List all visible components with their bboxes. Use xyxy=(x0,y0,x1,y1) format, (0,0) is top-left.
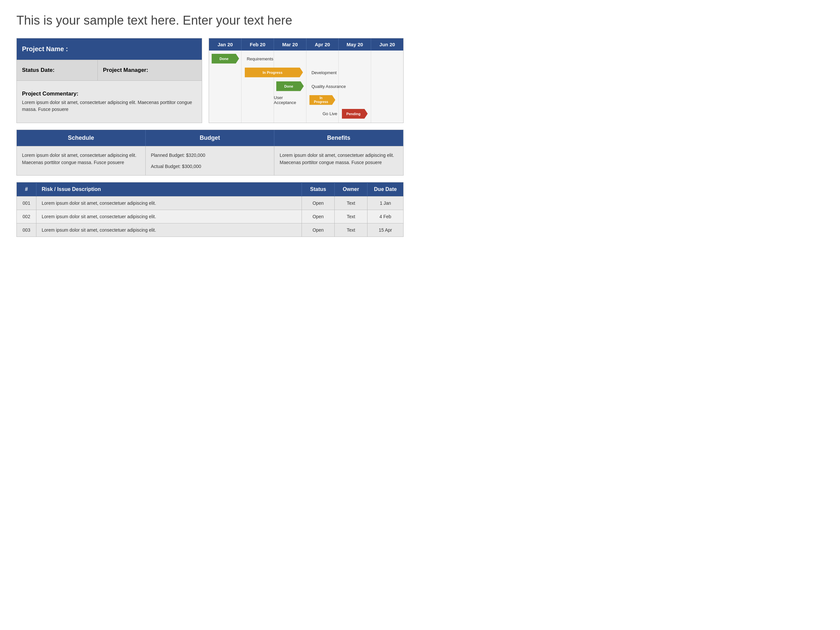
gantt-row-requirements: Done Requirements xyxy=(209,54,403,64)
gantt-bar-ua: InProgress xyxy=(309,95,335,105)
risk-col-owner: Owner xyxy=(335,182,368,197)
gantt-label-development: Development xyxy=(311,70,337,75)
risk-status: Open xyxy=(302,210,335,223)
risk-due-date: 15 Apr xyxy=(368,223,404,237)
gantt-label-qa: Quality Assurance xyxy=(311,84,346,89)
risk-col-status: Status xyxy=(302,182,335,197)
gantt-label-ua: User Acceptance xyxy=(274,95,305,105)
commentary-cell: Project Commentary: Lorem ipsum dolor si… xyxy=(17,81,202,123)
risk-number: 002 xyxy=(17,210,36,223)
risk-number: 003 xyxy=(17,223,36,237)
gantt-col-jun: Jun 20 xyxy=(371,38,403,51)
gantt-row-golive: Go Live Pending xyxy=(209,109,403,119)
risk-col-number: # xyxy=(17,182,36,197)
risk-due-date: 4 Feb xyxy=(368,210,404,223)
gantt-header: Jan 20 Feb 20 Mar 20 Apr 20 May 20 Jun 2… xyxy=(209,38,403,51)
risk-status: Open xyxy=(302,223,335,237)
planned-budget: Planned Budget: $320,000 xyxy=(151,152,269,159)
status-date-label: Status Date: xyxy=(17,60,98,81)
page-title: This is your sample text here. Enter you… xyxy=(16,13,404,28)
risk-issue-table: # Risk / Issue Description Status Owner … xyxy=(16,182,404,237)
risk-row: 002 Lorem ipsum dolor sit amet, consecte… xyxy=(17,210,404,223)
risk-description: Lorem ipsum dolor sit amet, consectetuer… xyxy=(36,197,302,210)
risk-owner: Text xyxy=(335,210,368,223)
actual-budget: Actual Budget: $300,000 xyxy=(151,163,269,170)
gantt-label-golive: Go Live xyxy=(322,111,337,116)
risk-due-date: 1 Jan xyxy=(368,197,404,210)
gantt-row-qa: Done Quality Assurance xyxy=(209,81,403,91)
gantt-bar-development: In Progress xyxy=(245,68,303,77)
risk-owner: Text xyxy=(335,197,368,210)
benefits-header: Benefits xyxy=(274,130,403,146)
gantt-col-may: May 20 xyxy=(339,38,371,51)
risk-row: 001 Lorem ipsum dolor sit amet, consecte… xyxy=(17,197,404,210)
benefits-body: Lorem ipsum dolor sit amet, consectetuer… xyxy=(274,146,403,175)
gantt-col-apr: Apr 20 xyxy=(306,38,339,51)
project-name-cell: Project Name : xyxy=(17,38,202,60)
risk-description: Lorem ipsum dolor sit amet, consectetuer… xyxy=(36,223,302,237)
gantt-col-feb: Feb 20 xyxy=(242,38,274,51)
risk-status: Open xyxy=(302,197,335,210)
risk-col-due-date: Due Date xyxy=(368,182,404,197)
gantt-row-development: In Progress Development xyxy=(209,68,403,77)
gantt-chart: Jan 20 Feb 20 Mar 20 Apr 20 May 20 Jun 2… xyxy=(209,38,404,123)
risk-owner: Text xyxy=(335,223,368,237)
schedule-body: Lorem ipsum dolor sit amet, consectetuer… xyxy=(17,146,146,175)
gantt-col-jan: Jan 20 xyxy=(209,38,242,51)
schedule-header: Schedule xyxy=(17,130,146,146)
gantt-bar-qa: Done xyxy=(276,81,304,91)
project-info-table: Project Name : Status Date: Project Mana… xyxy=(16,38,202,123)
gantt-label-requirements: Requirements xyxy=(247,57,273,62)
project-manager-label: Project Manager: xyxy=(98,60,202,81)
sbb-section: Schedule Budget Benefits Lorem ipsum dol… xyxy=(16,129,404,176)
gantt-body: Done Requirements In Progress Developmen… xyxy=(209,51,403,123)
budget-header: Budget xyxy=(146,130,275,146)
risk-row: 003 Lorem ipsum dolor sit amet, consecte… xyxy=(17,223,404,237)
gantt-bar-requirements: Done xyxy=(212,54,239,64)
risk-number: 001 xyxy=(17,197,36,210)
gantt-col-mar: Mar 20 xyxy=(274,38,306,51)
budget-body: Planned Budget: $320,000 Actual Budget: … xyxy=(146,146,275,175)
commentary-title: Project Commentary: xyxy=(22,90,197,97)
gantt-row-ua: User Acceptance InProgress xyxy=(209,95,403,105)
gantt-bar-golive: Pending xyxy=(342,109,368,119)
commentary-text: Lorem ipsum dolor sit amet, consectetuer… xyxy=(22,100,192,112)
risk-description: Lorem ipsum dolor sit amet, consectetuer… xyxy=(36,210,302,223)
risk-col-description: Risk / Issue Description xyxy=(36,182,302,197)
top-section: Project Name : Status Date: Project Mana… xyxy=(16,38,404,123)
